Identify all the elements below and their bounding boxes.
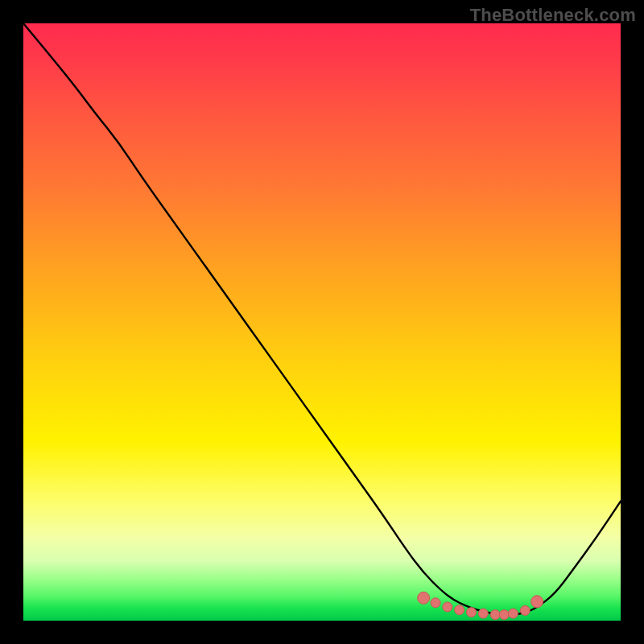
curve-marker <box>467 608 477 617</box>
curve-marker <box>418 592 430 604</box>
curve-marker <box>531 596 543 608</box>
curve-marker <box>499 610 509 620</box>
curve-marker <box>443 602 452 612</box>
watermark-text: TheBottleneck.com <box>470 5 636 26</box>
curve-marker <box>520 605 530 615</box>
curve-markers <box>418 592 543 619</box>
plot-area <box>23 23 621 621</box>
curve-marker <box>490 610 500 620</box>
curve-marker <box>431 598 440 608</box>
bottleneck-curve <box>23 23 621 615</box>
curve-marker <box>508 609 518 618</box>
chart-frame: TheBottleneck.com <box>0 0 644 644</box>
curve-marker <box>455 605 464 615</box>
curve-marker <box>478 609 488 618</box>
chart-svg <box>23 23 621 621</box>
